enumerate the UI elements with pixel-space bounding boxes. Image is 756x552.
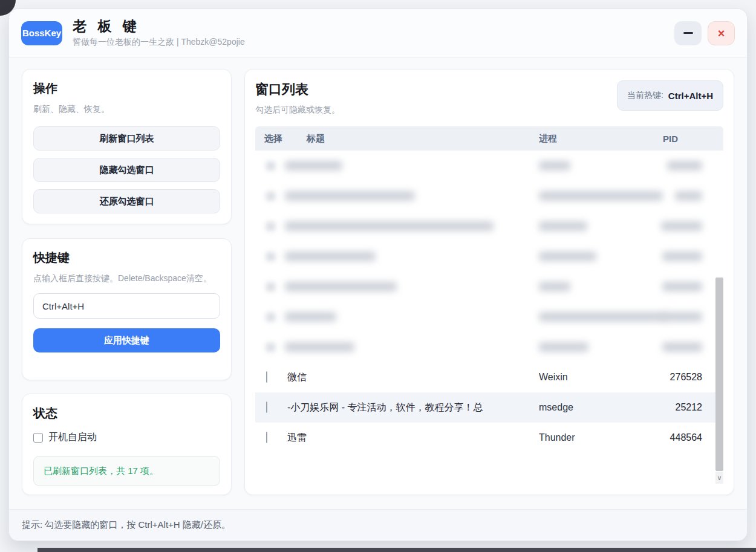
row-checkbox-redacted[interactable]	[266, 282, 275, 291]
taskbar-edge	[37, 548, 756, 552]
row-select-cell	[264, 161, 287, 170]
current-hotkey-value: Ctrl+Alt+H	[668, 91, 713, 101]
scrollbar-thumb[interactable]	[715, 278, 723, 471]
app-title: 老 板 键	[73, 18, 245, 34]
blur-title	[285, 221, 494, 231]
row-pid-cell	[639, 342, 702, 352]
row-title-cell	[287, 161, 539, 170]
chevron-down-icon[interactable]: ∨	[715, 472, 723, 484]
autostart-checkbox[interactable]	[33, 433, 43, 443]
footer-tip: 提示: 勾选要隐藏的窗口，按 Ctrl+Alt+H 隐藏/还原。	[22, 519, 230, 531]
column-header-select: 选择	[264, 133, 287, 144]
hotkey-input[interactable]	[33, 293, 220, 319]
table-row-redacted[interactable]	[255, 241, 723, 271]
restore-checked-windows-button[interactable]: 还原勾选窗口	[33, 189, 220, 213]
window-table: 选择 标题 进程 PID	[255, 126, 723, 486]
column-header-pid: PID	[639, 134, 702, 144]
window-list-head: 窗口列表 勾选后可隐藏或恢复。 当前热键: Ctrl+Alt+H	[255, 80, 723, 115]
status-panel: 状态 开机自启动 已刷新窗口列表，共 17 项。	[22, 394, 232, 495]
row-checkbox-redacted[interactable]	[266, 252, 275, 261]
title-block: 老 板 键 誓做每一位老板的一生之敌 | Thebzk@52pojie	[73, 18, 245, 47]
blur-title	[285, 191, 415, 201]
close-icon: ×	[718, 27, 725, 39]
actions-panel: 操作 刷新、隐藏、恢复。 刷新窗口列表 隐藏勾选窗口 还原勾选窗口	[22, 69, 232, 224]
row-process-cell	[539, 312, 639, 322]
row-checkbox-redacted[interactable]	[266, 192, 275, 201]
autostart-label: 开机自启动	[48, 431, 97, 444]
row-select-cell	[264, 372, 287, 383]
row-title: 微信	[287, 371, 539, 384]
table-row[interactable]: 迅雷 Thunder 448564	[255, 423, 723, 453]
table-row-redacted[interactable]	[255, 332, 723, 362]
row-title-cell	[287, 191, 539, 201]
screen: BossKey 老 板 键 誓做每一位老板的一生之敌 | Thebzk@52po…	[0, 0, 756, 552]
row-process-cell	[539, 191, 639, 201]
row-checkbox[interactable]	[266, 432, 267, 443]
row-select-cell	[264, 432, 287, 443]
row-title-cell	[287, 221, 539, 231]
row-process: Thunder	[539, 432, 639, 443]
window-list-title-block: 窗口列表 勾选后可隐藏或恢复。	[255, 80, 340, 115]
actions-panel-title: 操作	[33, 80, 220, 97]
blur-title	[285, 312, 336, 322]
row-select-cell	[264, 222, 287, 231]
blur-process	[539, 221, 587, 231]
window-list-subtitle: 勾选后可隐藏或恢复。	[255, 105, 340, 115]
row-select-cell	[264, 343, 287, 352]
table-row-redacted[interactable]	[255, 302, 723, 332]
row-process-cell	[539, 282, 639, 291]
table-row-redacted[interactable]	[255, 151, 723, 181]
refresh-window-list-button[interactable]: 刷新窗口列表	[33, 126, 220, 151]
row-title-cell	[287, 342, 539, 352]
table-body: 微信 Weixin 276528 -小刀娱乐网 - 专注活动，软件，教程分享！总…	[255, 151, 723, 453]
column-header-title: 标题	[287, 133, 539, 144]
row-checkbox-redacted[interactable]	[266, 343, 275, 352]
row-process: Weixin	[539, 372, 639, 383]
table-header: 选择 标题 进程 PID	[255, 126, 723, 151]
blur-process	[539, 252, 596, 261]
blur-title	[285, 161, 342, 170]
bosskey-window: BossKey 老 板 键 誓做每一位老板的一生之敌 | Thebzk@52po…	[8, 8, 748, 541]
row-pid-cell	[639, 252, 702, 261]
row-title-cell	[287, 282, 539, 291]
table-row[interactable]: 微信 Weixin 276528	[255, 362, 723, 392]
row-checkbox-redacted[interactable]	[266, 161, 275, 170]
minimize-button[interactable]	[674, 21, 702, 45]
row-checkbox-redacted[interactable]	[266, 313, 275, 322]
blur-title	[285, 342, 354, 352]
row-checkbox[interactable]	[266, 371, 267, 383]
blur-process	[539, 312, 666, 322]
row-title: 迅雷	[287, 432, 539, 444]
window-controls: ×	[674, 21, 735, 45]
table-row-redacted[interactable]	[255, 271, 723, 302]
close-button[interactable]: ×	[708, 21, 735, 45]
table-row-redacted[interactable]	[255, 181, 723, 211]
hotkey-panel: 快捷键 点输入框后直接按键。Delete/Backspace清空。 应用快捷键	[22, 238, 232, 380]
window-list-panel: 窗口列表 勾选后可隐藏或恢复。 当前热键: Ctrl+Alt+H 选择 标题 进…	[244, 69, 734, 495]
column-header-process: 进程	[539, 133, 639, 144]
table-row[interactable]: -小刀娱乐网 - 专注活动，软件，教程分享！总 msedge 25212	[255, 392, 723, 423]
hotkey-panel-title: 快捷键	[33, 250, 220, 266]
table-row-redacted[interactable]	[255, 211, 723, 241]
blur-process	[539, 282, 570, 291]
row-pid-cell	[639, 282, 702, 291]
hide-checked-windows-button[interactable]: 隐藏勾选窗口	[33, 158, 220, 182]
hotkey-panel-subtitle: 点输入框后直接按键。Delete/Backspace清空。	[33, 272, 220, 285]
minimize-icon	[683, 32, 693, 34]
status-message: 已刷新窗口列表，共 17 项。	[44, 466, 158, 477]
blur-title	[285, 252, 376, 261]
apply-hotkey-button[interactable]: 应用快捷键	[33, 328, 220, 352]
blur-process	[539, 342, 588, 352]
row-process-cell	[539, 342, 639, 352]
row-pid: 276528	[639, 372, 702, 383]
row-checkbox[interactable]	[266, 401, 267, 413]
row-pid: 448564	[639, 432, 702, 443]
current-hotkey-badge: 当前热键: Ctrl+Alt+H	[617, 80, 723, 111]
blur-process	[539, 161, 570, 170]
blur-pid	[662, 342, 702, 352]
row-checkbox-redacted[interactable]	[266, 222, 275, 231]
row-select-cell	[264, 192, 287, 201]
row-select-cell	[264, 252, 287, 261]
row-title: -小刀娱乐网 - 专注活动，软件，教程分享！总	[287, 401, 539, 414]
row-pid-cell	[639, 161, 702, 170]
